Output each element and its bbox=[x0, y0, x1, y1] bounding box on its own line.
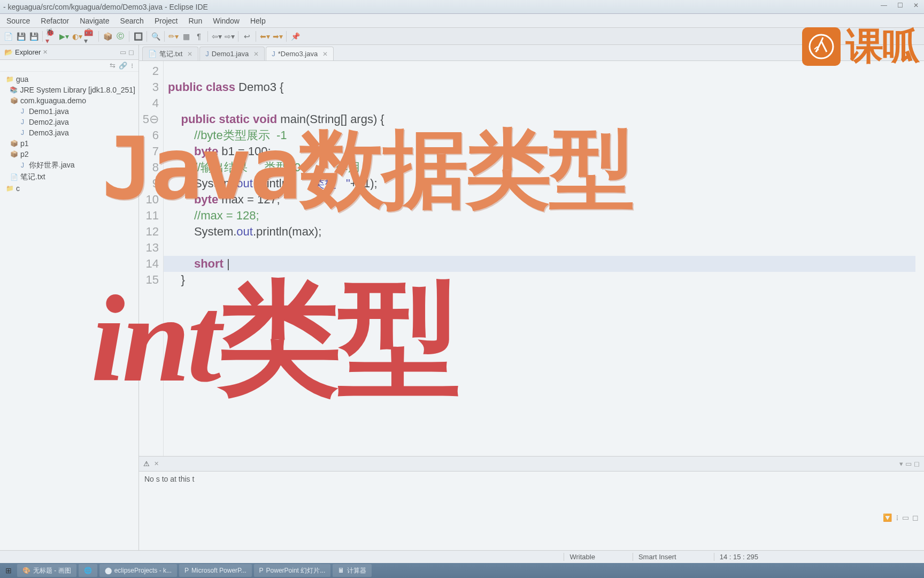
menu-refactor[interactable]: Refactor bbox=[35, 15, 74, 27]
tree-item[interactable]: 📚JRE System Library [jdk1.8.0_251] bbox=[0, 85, 138, 95]
brand-watermark: 课呱 bbox=[802, 21, 919, 72]
run-button[interactable]: ▶▾ bbox=[58, 31, 70, 42]
taskbar-item[interactable]: PPowerPoint 幻灯片... bbox=[254, 564, 331, 577]
menu-bar: SourceRefactorNavigateSearchProjectRunWi… bbox=[0, 14, 924, 28]
tree-icon: J bbox=[18, 162, 27, 169]
taskbar-item[interactable]: ⬤eclipseProjects - k... bbox=[99, 564, 177, 577]
package-icon: 📂 bbox=[4, 48, 13, 56]
app-icon: P bbox=[259, 567, 264, 574]
min2-icon[interactable]: ▭ bbox=[902, 513, 909, 522]
link-editor-icon[interactable]: 🔗 bbox=[119, 62, 127, 70]
tree-item[interactable]: 📁gua bbox=[0, 74, 138, 85]
minimize-button[interactable]: — bbox=[876, 0, 892, 11]
file-icon: J bbox=[205, 50, 209, 58]
windows-taskbar: ⊞🎨无标题 - 画图🌐⬤eclipseProjects - k...PMicro… bbox=[0, 563, 924, 578]
app-icon: 🌐 bbox=[84, 567, 92, 574]
window-title: - keguagua/src/com/kguagua/demo/Demo3.ja… bbox=[3, 3, 208, 11]
taskbar-item[interactable]: 🖩计算器 bbox=[333, 564, 372, 577]
save-button[interactable]: 💾 bbox=[15, 31, 27, 42]
file-icon: J bbox=[272, 50, 275, 58]
min-icon[interactable]: ▭ bbox=[120, 48, 126, 56]
coverage-button[interactable]: ◐▾ bbox=[71, 31, 83, 42]
ext-tools-button[interactable]: 🧰▾ bbox=[84, 31, 96, 42]
tree-icon: J bbox=[18, 118, 27, 126]
tree-icon: 📦 bbox=[10, 150, 18, 158]
tree-icon: 📚 bbox=[10, 86, 18, 94]
taskbar-item[interactable]: 🎨无标题 - 画图 bbox=[17, 564, 76, 577]
file-icon: 📄 bbox=[148, 50, 157, 58]
max2-icon[interactable]: ◻ bbox=[912, 513, 919, 522]
tree-icon: 📦 bbox=[10, 140, 18, 147]
problems-tab[interactable]: ⚠ ✕ bbox=[143, 460, 159, 468]
max-icon[interactable]: ◻ bbox=[128, 48, 134, 56]
last-edit-button[interactable]: ↩ bbox=[241, 31, 253, 42]
status-bar: Writable Smart Insert 14 : 15 : 295 bbox=[0, 550, 924, 563]
new-package-button[interactable]: 📦 bbox=[102, 31, 113, 42]
new-button[interactable]: 📄 bbox=[2, 31, 14, 42]
forward-button[interactable]: ➡▾ bbox=[272, 31, 283, 42]
maximize-button[interactable]: ☐ bbox=[892, 0, 908, 11]
status-position: 14 : 15 : 295 bbox=[714, 553, 764, 561]
tree-icon: J bbox=[18, 108, 27, 115]
status-insert: Smart Insert bbox=[633, 553, 682, 561]
tree-icon: 📁 bbox=[5, 185, 14, 192]
brand-logo-icon bbox=[802, 27, 841, 66]
show-whitespace-button[interactable]: ¶ bbox=[193, 31, 205, 42]
filter-icon[interactable]: ⫶ bbox=[130, 62, 134, 70]
close-button[interactable]: ✕ bbox=[908, 0, 924, 11]
menu-run[interactable]: Run bbox=[183, 15, 207, 27]
editor-tab[interactable]: 📄笔记.txt✕ bbox=[142, 47, 198, 60]
min-icon[interactable]: ▭ bbox=[905, 460, 912, 468]
save-all-button[interactable]: 💾 bbox=[28, 31, 40, 42]
brand-text: 课呱 bbox=[846, 21, 919, 72]
app-icon: 🎨 bbox=[22, 567, 30, 574]
max-icon[interactable]: ◻ bbox=[914, 460, 920, 468]
menu-search[interactable]: Search bbox=[115, 15, 149, 27]
window-controls: — ☐ ✕ bbox=[876, 0, 924, 11]
tree-icon: 📦 bbox=[10, 97, 18, 104]
overlay-title-2: int类型 bbox=[91, 257, 458, 423]
taskbar-item[interactable]: 🌐 bbox=[79, 564, 97, 577]
new-class-button[interactable]: Ⓒ bbox=[114, 31, 126, 42]
status-writable: Writable bbox=[564, 553, 600, 561]
collapse-all-icon[interactable]: ⇆ bbox=[110, 62, 116, 70]
svg-point-0 bbox=[810, 35, 833, 58]
problems-view: ⚠ ✕ ▾ ▭ ◻ No s to at this t 🔽 ⫶ ▭ bbox=[139, 456, 924, 563]
editor-tab[interactable]: J*Demo3.java✕ bbox=[266, 47, 334, 60]
app-icon: P bbox=[184, 567, 189, 574]
tree-icon: 📁 bbox=[5, 75, 14, 83]
view-menu-icon[interactable]: ▾ bbox=[899, 460, 903, 468]
close-tab-icon[interactable]: ✕ bbox=[322, 50, 328, 58]
start-button[interactable]: ⊞ bbox=[2, 564, 15, 577]
tree-icon: J bbox=[18, 129, 27, 136]
filter-icon[interactable]: 🔽 bbox=[883, 513, 892, 522]
toggle-block-button[interactable]: ▦ bbox=[180, 31, 192, 42]
tree-item[interactable]: 📦com.kguagua.demo bbox=[0, 95, 138, 106]
search-button[interactable]: 🔍 bbox=[150, 31, 161, 42]
back-button[interactable]: ⬅▾ bbox=[259, 31, 271, 42]
debug-button[interactable]: 🐞▾ bbox=[45, 31, 57, 42]
close-tab-icon[interactable]: ✕ bbox=[253, 50, 259, 58]
menu-source[interactable]: Source bbox=[1, 15, 35, 27]
menu-icon[interactable]: ⫶ bbox=[895, 513, 899, 522]
title-bar: - keguagua/src/com/kguagua/demo/Demo3.ja… bbox=[0, 0, 924, 14]
pin-button[interactable]: 📌 bbox=[289, 31, 301, 42]
editor-tab[interactable]: JDemo1.java✕ bbox=[199, 47, 265, 60]
problems-text: No s to at this t bbox=[144, 475, 194, 560]
menu-navigate[interactable]: Navigate bbox=[74, 15, 114, 27]
menu-help[interactable]: Help bbox=[245, 15, 271, 27]
toggle-mark-button[interactable]: ✏▾ bbox=[167, 31, 179, 42]
main-toolbar: 📄 💾 💾 🐞▾ ▶▾ ◐▾ 🧰▾ 📦 Ⓒ 🔲 🔍 ✏▾ ▦ ¶ ⇦▾ ⇨▾ ↩… bbox=[0, 28, 924, 45]
open-type-button[interactable]: 🔲 bbox=[132, 31, 144, 42]
taskbar-item[interactable]: PMicrosoft PowerP... bbox=[179, 564, 252, 577]
problems-icon: ⚠ bbox=[143, 460, 150, 468]
explorer-tab[interactable]: 📂 Explorer ✕ bbox=[4, 48, 48, 56]
menu-window[interactable]: Window bbox=[207, 15, 245, 27]
annotation-prev-button[interactable]: ⇦▾ bbox=[211, 31, 222, 42]
annotation-next-button[interactable]: ⇨▾ bbox=[224, 31, 235, 42]
close-tab-icon[interactable]: ✕ bbox=[187, 50, 192, 58]
app-icon: ⬤ bbox=[105, 567, 112, 574]
app-icon: 🖩 bbox=[338, 567, 344, 574]
menu-project[interactable]: Project bbox=[149, 15, 183, 27]
overlay-title-1: Java数据类型 bbox=[102, 112, 633, 228]
